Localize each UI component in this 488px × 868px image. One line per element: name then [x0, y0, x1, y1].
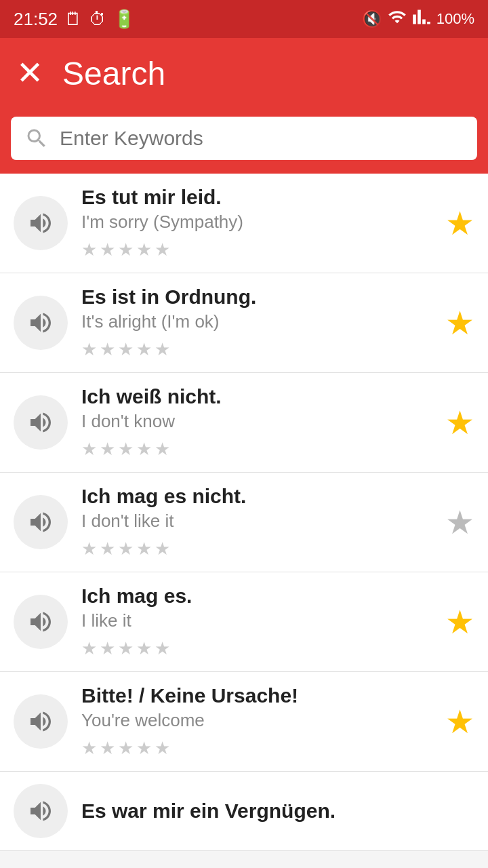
- star-rating[interactable]: ★★★★★: [81, 439, 432, 460]
- speaker-icon: [27, 708, 54, 735]
- star-5[interactable]: ★: [155, 538, 170, 559]
- mute-icon: 🔇: [362, 9, 382, 28]
- list-item[interactable]: Es tut mir leid.I'm sorry (Sympathy)★★★★…: [0, 174, 488, 273]
- star-4[interactable]: ★: [136, 538, 152, 559]
- phrase-content: Ich weiß nicht.I don't know★★★★★: [81, 385, 432, 460]
- phrase-content: Ich mag es nicht.I don't like it★★★★★: [81, 485, 432, 559]
- star-2[interactable]: ★: [100, 638, 115, 659]
- star-3[interactable]: ★: [118, 239, 134, 260]
- star-2[interactable]: ★: [100, 339, 115, 360]
- phrase-content: Ich mag es.I like it★★★★★: [81, 585, 432, 659]
- star-5[interactable]: ★: [155, 239, 170, 260]
- phrase-english: I don't know: [81, 411, 432, 432]
- speaker-button[interactable]: [14, 784, 68, 838]
- phrase-english: I don't like it: [81, 511, 432, 532]
- phrase-german: Ich weiß nicht.: [81, 385, 432, 408]
- status-right: 🔇 100%: [362, 7, 474, 31]
- speaker-button[interactable]: [14, 495, 68, 549]
- favorite-button[interactable]: ★: [445, 403, 474, 441]
- phrase-english: I like it: [81, 610, 432, 631]
- star-2[interactable]: ★: [100, 538, 115, 559]
- star-rating[interactable]: ★★★★★: [81, 638, 432, 659]
- speaker-button[interactable]: [14, 595, 68, 649]
- list-item[interactable]: Ich weiß nicht.I don't know★★★★★★: [0, 373, 488, 473]
- favorite-button[interactable]: ★: [445, 304, 474, 342]
- star-2[interactable]: ★: [100, 239, 115, 260]
- phrase-german: Es war mir ein Vergnügen.: [81, 800, 474, 823]
- speaker-icon: [27, 797, 54, 825]
- list-item[interactable]: Bitte! / Keine Ursache!You're welcome★★★…: [0, 672, 488, 772]
- list-item[interactable]: Es ist in Ordnung.It's alright (I'm ok)★…: [0, 273, 488, 373]
- search-bar: [11, 117, 477, 160]
- speaker-icon: [27, 210, 54, 237]
- star-3[interactable]: ★: [118, 439, 134, 460]
- star-4[interactable]: ★: [136, 638, 152, 659]
- star-5[interactable]: ★: [155, 339, 170, 360]
- star-2[interactable]: ★: [100, 439, 115, 460]
- speaker-icon: [27, 409, 54, 436]
- speaker-icon: [27, 509, 54, 536]
- star-5[interactable]: ★: [155, 638, 170, 659]
- star-rating[interactable]: ★★★★★: [81, 538, 432, 559]
- speaker-icon: [27, 309, 54, 336]
- close-button[interactable]: ✕: [16, 57, 43, 90]
- star-4[interactable]: ★: [136, 738, 152, 759]
- phrase-list: Es tut mir leid.I'm sorry (Sympathy)★★★★…: [0, 174, 488, 851]
- star-3[interactable]: ★: [118, 339, 134, 360]
- favorite-button[interactable]: ★: [445, 603, 474, 641]
- battery-icon: 🔋: [113, 9, 135, 30]
- star-rating[interactable]: ★★★★★: [81, 738, 432, 759]
- star-1[interactable]: ★: [81, 439, 97, 460]
- app-header: ✕ Search: [0, 38, 488, 108]
- speaker-button[interactable]: [14, 395, 68, 450]
- star-5[interactable]: ★: [155, 738, 170, 759]
- star-1[interactable]: ★: [81, 339, 97, 360]
- phrase-english: You're welcome: [81, 710, 432, 731]
- star-5[interactable]: ★: [155, 439, 170, 460]
- phrase-german: Ich mag es nicht.: [81, 485, 432, 508]
- phrase-german: Ich mag es.: [81, 585, 432, 608]
- battery-full-icon: 100%: [436, 10, 474, 28]
- favorite-button[interactable]: ★: [445, 503, 474, 541]
- phrase-english: It's alright (I'm ok): [81, 311, 432, 332]
- speaker-button[interactable]: [14, 196, 68, 250]
- phrase-content: Es war mir ein Vergnügen.: [81, 800, 474, 823]
- status-left: 21:52 🗒 ⏱ 🔋: [14, 9, 135, 30]
- list-item[interactable]: Ich mag es.I like it★★★★★★: [0, 572, 488, 672]
- wifi-icon: [388, 7, 407, 31]
- phrase-german: Es ist in Ordnung.: [81, 285, 432, 309]
- star-4[interactable]: ★: [136, 239, 152, 260]
- star-4[interactable]: ★: [136, 339, 152, 360]
- status-bar: 21:52 🗒 ⏱ 🔋 🔇 100%: [0, 0, 488, 38]
- page-title: Search: [62, 55, 165, 92]
- star-3[interactable]: ★: [118, 638, 134, 659]
- star-rating[interactable]: ★★★★★: [81, 339, 432, 360]
- search-bar-container: [0, 108, 488, 174]
- star-3[interactable]: ★: [118, 738, 134, 759]
- star-rating[interactable]: ★★★★★: [81, 239, 432, 260]
- search-input[interactable]: [60, 127, 464, 150]
- signal-icon: [412, 7, 431, 31]
- speaker-button[interactable]: [14, 296, 68, 350]
- favorite-button[interactable]: ★: [445, 703, 474, 741]
- clipboard-icon: 🗒: [64, 9, 82, 30]
- list-item[interactable]: Es war mir ein Vergnügen.: [0, 772, 488, 851]
- star-4[interactable]: ★: [136, 439, 152, 460]
- clock-icon: ⏱: [89, 9, 106, 30]
- star-1[interactable]: ★: [81, 738, 97, 759]
- speaker-button[interactable]: [14, 694, 68, 749]
- star-2[interactable]: ★: [100, 738, 115, 759]
- star-3[interactable]: ★: [118, 538, 134, 559]
- status-time: 21:52: [14, 9, 58, 30]
- list-item[interactable]: Ich mag es nicht.I don't like it★★★★★★: [0, 473, 488, 572]
- phrase-german: Es tut mir leid.: [81, 186, 432, 209]
- star-1[interactable]: ★: [81, 239, 97, 260]
- search-icon: [24, 126, 49, 151]
- favorite-button[interactable]: ★: [445, 204, 474, 242]
- speaker-icon: [27, 608, 54, 635]
- phrase-english: I'm sorry (Sympathy): [81, 212, 432, 233]
- phrase-content: Es tut mir leid.I'm sorry (Sympathy)★★★★…: [81, 186, 432, 260]
- phrase-content: Es ist in Ordnung.It's alright (I'm ok)★…: [81, 285, 432, 360]
- star-1[interactable]: ★: [81, 538, 97, 559]
- star-1[interactable]: ★: [81, 638, 97, 659]
